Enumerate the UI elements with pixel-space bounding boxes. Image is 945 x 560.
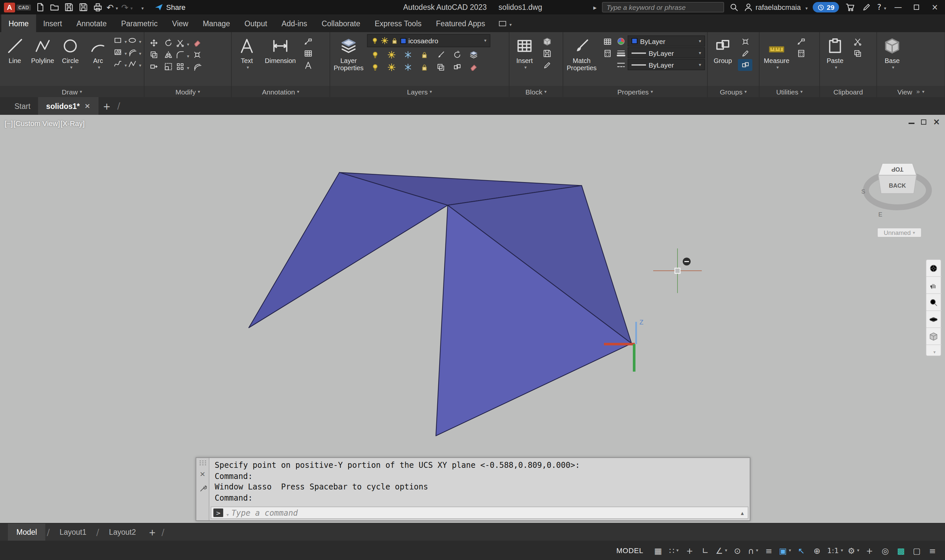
panel-label-properties[interactable]: Properties [563,86,707,97]
compass-south-label[interactable]: S [861,188,865,195]
ellipse-tool[interactable] [127,34,142,46]
undo-button[interactable]: ↶ [107,1,118,13]
search-icon[interactable] [729,3,738,12]
customization-icon[interactable]: ≡ [925,543,940,558]
id-point-tool[interactable] [794,35,808,47]
layer-color-swatch[interactable] [401,38,406,44]
base-dropdown-icon[interactable] [890,66,894,69]
zoom-button[interactable] [926,294,941,311]
group-tool[interactable]: Group [710,34,736,64]
measure-dropdown-icon[interactable] [774,66,779,69]
lineweight-dropdown[interactable]: ByLayer [627,47,705,58]
graphics-performance-icon[interactable]: ▩ [894,543,908,558]
layer-unlock-tool[interactable] [416,61,433,74]
layer-lock-icon[interactable] [391,37,398,45]
layer-freeze-icon[interactable] [381,37,388,45]
circle-dropdown-icon[interactable] [68,66,72,69]
rotate-tool[interactable] [161,37,175,49]
new-drawing-tab-button[interactable]: + [98,97,115,115]
redo-button[interactable]: ↷ [121,1,133,13]
orbit-button[interactable] [926,311,941,328]
lineweight-display-icon[interactable]: ≡ [761,543,776,558]
layer-thaw-tool[interactable] [400,61,416,74]
command-prompt-icon[interactable]: > [213,509,223,517]
full-navigation-wheel-button[interactable] [926,260,941,277]
ribbon-tab-parametric[interactable]: Parametric [114,14,165,32]
write-block-tool[interactable] [540,47,554,59]
user-account-menu[interactable]: rafaelabcmaia [744,3,808,12]
ribbon-tab-insert[interactable]: Insert [36,14,69,32]
ribbon-tab-annotate[interactable]: Annotate [69,14,114,32]
feedback-pen-icon[interactable] [861,1,872,13]
layer-unisolate-tool[interactable] [383,61,400,74]
copy-clip-tool[interactable] [850,47,865,59]
annotation-scale-button[interactable]: 1:1 [825,543,845,558]
viewport-restore-icon[interactable] [921,119,926,125]
group-edit-tool[interactable] [738,47,752,59]
plot-button[interactable] [92,1,103,13]
line-tool[interactable]: Line [2,34,28,64]
layer-lock-tool[interactable] [416,49,433,61]
ribbon-tab-output[interactable]: Output [237,14,274,32]
application-menu-button[interactable]: A CAD [4,2,31,12]
pan-button[interactable] [926,277,941,294]
linetype-dropdown[interactable]: ByLayer [627,59,705,70]
new-layout-button[interactable]: + [145,524,160,541]
selection-filter-icon[interactable]: ↖ [794,543,809,558]
object-color-dropdown[interactable]: ByLayer [627,35,705,46]
layer-freeze-tool[interactable] [400,49,416,61]
cut-tool[interactable] [850,35,865,47]
recent-commands-icon[interactable] [225,506,229,519]
ribbon-tab-addins[interactable]: Add-ins [274,14,314,32]
ortho-mode-icon[interactable]: ∟ [698,543,713,558]
ribbon-tab-collaborate[interactable]: Collaborate [314,14,368,32]
trim-tool[interactable] [175,37,190,49]
ribbon-tab-manage[interactable]: Manage [196,14,237,32]
layer-on-all-tool[interactable] [367,61,383,74]
quick-calculator-tool[interactable] [794,47,808,59]
help-menu[interactable]: ? [877,3,886,12]
explode-tool[interactable] [190,49,204,60]
quick-access-customize-button[interactable] [136,1,147,13]
window-minimize-button[interactable]: — [891,3,905,12]
open-file-button[interactable] [49,1,60,13]
dimension-tool[interactable]: Dimension [262,34,299,64]
leader-tool[interactable] [301,35,315,47]
save-button[interactable] [63,1,74,13]
text-tool[interactable]: Text [234,34,260,69]
revision-cloud-tool[interactable] [113,58,127,69]
file-tab-solidos1[interactable]: solidos1* × [39,97,99,115]
text-style-tool[interactable] [301,59,315,71]
polar-tracking-icon[interactable]: ∠ [714,543,729,558]
icosahedron-solid[interactable] [249,172,632,436]
trial-timer-badge[interactable]: 29 [813,2,839,12]
base-view-tool[interactable]: Base [879,34,905,69]
model-space-button[interactable]: MODEL [610,543,650,558]
file-tab-start[interactable]: Start [6,97,39,115]
drawing-canvas[interactable]: Z [−] [Custom View] [X-Ray] × S [0,115,945,523]
scale-tool[interactable] [161,60,175,72]
polyline-tool[interactable]: Polyline [30,34,56,64]
window-close-button[interactable]: × [928,3,941,12]
panel-label-utilities[interactable]: Utilities [760,86,819,97]
workspace-switching-icon[interactable]: ⚙ [846,543,861,558]
layer-off-tool[interactable] [367,49,383,61]
layer-merge-tool[interactable] [449,61,466,74]
panel-label-groups[interactable]: Groups [708,86,759,97]
help-search-box[interactable] [602,2,724,12]
gradient-tool[interactable] [127,46,142,58]
circle-tool[interactable]: Circle [57,34,83,69]
window-restore-button[interactable] [910,5,923,10]
viewport-visual-style-control[interactable]: [X-Ray] [61,119,85,127]
group-selection-toggle[interactable] [738,59,752,71]
layer-previous-tool[interactable] [449,49,466,61]
command-input[interactable] [231,508,741,517]
panel-label-block[interactable]: Block [509,86,563,97]
new-file-button[interactable] [34,1,46,13]
layout-tab-layout2[interactable]: Layout2 [100,524,145,541]
ribbon-tab-home[interactable]: Home [1,14,36,32]
command-drag-grip[interactable] [199,460,207,466]
snap-mode-icon[interactable]: ∷ [666,543,681,558]
text-dropdown-icon[interactable] [245,66,249,69]
layer-on-icon[interactable] [371,37,379,45]
